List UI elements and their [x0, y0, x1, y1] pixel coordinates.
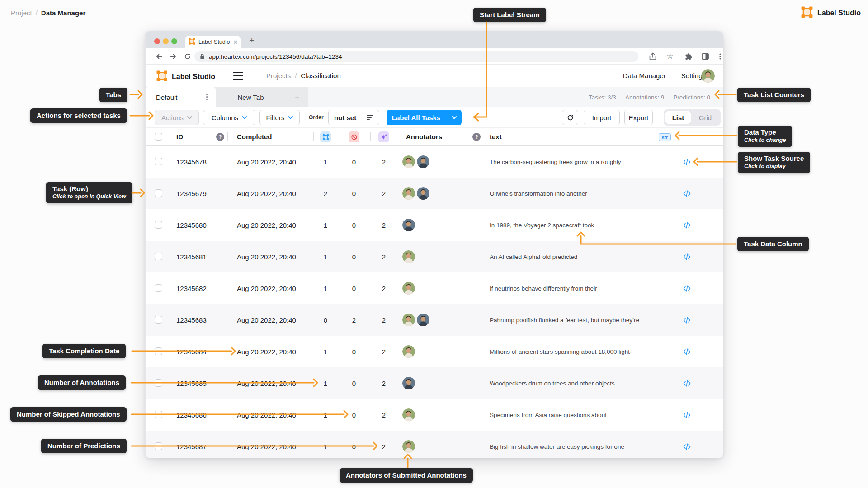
annotators-avatars [402, 440, 415, 453]
close-tab-icon[interactable]: ✕ [233, 39, 238, 45]
row-checkbox[interactable] [155, 221, 162, 229]
column-header-completed[interactable]: Completed [237, 128, 272, 145]
table-row[interactable]: 12345687Aug 20 2022, 20:40102 Big fish i… [146, 431, 723, 458]
forward-icon[interactable] [169, 52, 177, 61]
new-browser-tab-button[interactable]: + [246, 35, 258, 47]
column-header-text[interactable]: text [490, 128, 502, 145]
browser-tab[interactable]: Label Studio ✕ [185, 36, 241, 48]
browser-menu-icon[interactable] [716, 52, 723, 61]
columns-dropdown[interactable]: Columns [203, 110, 255, 125]
table-row[interactable]: 12345680Aug 20 2022, 20:40102 In 1989, t… [146, 209, 723, 241]
show-source-button[interactable] [680, 304, 693, 336]
row-checkbox[interactable] [155, 411, 162, 418]
annotations-count: 0 [316, 304, 335, 336]
show-source-button[interactable] [680, 431, 693, 458]
actions-dropdown[interactable]: Actions [155, 110, 199, 125]
row-checkbox[interactable] [155, 379, 162, 387]
app-breadcrumb-separator: / [295, 72, 297, 80]
show-source-button[interactable] [680, 399, 693, 431]
show-source-button[interactable] [680, 241, 693, 272]
table-row[interactable]: 12345681Aug 20 2022, 20:40102 An AI call… [146, 241, 723, 272]
app-brand[interactable]: Label Studio [156, 70, 215, 83]
maximize-window-button[interactable] [171, 38, 177, 44]
annotations-column-icon[interactable] [320, 131, 331, 142]
skipped-column-icon[interactable] [349, 131, 359, 142]
label-all-tasks-button[interactable]: Label All Tasks [387, 110, 462, 125]
import-button[interactable]: Import [584, 110, 620, 125]
window-controls[interactable] [154, 38, 177, 44]
annotators-avatars [402, 187, 429, 200]
back-icon[interactable] [155, 52, 163, 61]
table-row[interactable]: 12345678Aug 20 2022, 20:40102 The carbon… [146, 146, 723, 178]
nav-data-manager[interactable]: Data Manager [623, 72, 666, 80]
annotations-count: 1 [316, 367, 335, 399]
select-all-checkbox[interactable] [155, 133, 162, 141]
data-type-badge[interactable]: str [659, 133, 671, 141]
table-row[interactable]: 12345682Aug 20 2022, 20:40102 If neutrin… [146, 272, 723, 304]
column-header-id[interactable]: ID [176, 128, 183, 145]
callout-data-type: Data TypeClick to change [738, 126, 792, 147]
task-text: Specimens from Asia raise questions abou… [490, 399, 670, 431]
reload-icon[interactable] [184, 52, 192, 61]
bookmark-star-icon[interactable]: ☆ [666, 52, 674, 61]
annotator-avatar [417, 187, 429, 200]
predictions-count: 2 [375, 431, 393, 458]
annotator-avatar [402, 219, 415, 231]
table-row[interactable]: 12345684Aug 20 2022, 20:40102 Millions o… [146, 336, 723, 367]
filters-dropdown[interactable]: Filters [259, 110, 300, 125]
extensions-puzzle-icon[interactable] [684, 52, 693, 61]
counter: Predictions: 0 [673, 94, 710, 101]
column-header-annotators[interactable]: Annotators [406, 128, 442, 145]
app-header: Label Studio Projects / Classification D… [146, 65, 723, 87]
view-list-button[interactable]: List [665, 111, 691, 124]
hamburger-menu-icon[interactable] [233, 72, 243, 80]
tab-new-tab[interactable]: New Tab [216, 87, 286, 107]
header-divider [254, 65, 254, 87]
user-avatar[interactable] [701, 69, 715, 83]
table-row[interactable]: 12345685Aug 20 2022, 20:40102 Woodpecker… [146, 367, 723, 399]
row-checkbox[interactable] [155, 189, 162, 197]
annotators-avatars [402, 282, 415, 295]
row-checkbox[interactable] [155, 158, 162, 165]
row-checkbox[interactable] [155, 347, 162, 355]
task-id: 12345683 [176, 304, 207, 336]
export-button[interactable]: Export [624, 110, 653, 125]
row-checkbox[interactable] [155, 316, 162, 324]
id-help-icon[interactable]: ? [216, 128, 224, 145]
annotations-count: 2 [316, 178, 335, 209]
table-row[interactable]: 12345686Aug 20 2022, 20:40102 Specimens … [146, 399, 723, 431]
counter: Tasks: 3/3 [589, 94, 616, 101]
show-source-button[interactable] [680, 367, 693, 399]
row-checkbox[interactable] [155, 442, 162, 450]
label-studio-logo-icon [156, 70, 167, 83]
row-checkbox[interactable] [155, 284, 162, 292]
minimize-window-button[interactable] [163, 38, 169, 44]
close-window-button[interactable] [154, 38, 160, 44]
share-icon[interactable] [649, 52, 657, 61]
annotators-help-icon[interactable]: ? [472, 128, 481, 145]
refresh-button[interactable] [562, 110, 578, 125]
show-source-button[interactable] [680, 178, 693, 209]
predictions-column-icon[interactable] [378, 131, 389, 142]
predictions-count: 2 [375, 304, 393, 336]
show-source-button[interactable] [680, 336, 693, 367]
add-tab-button[interactable]: + [286, 87, 308, 107]
tab-default[interactable]: Default [146, 87, 216, 107]
app-breadcrumb-projects[interactable]: Projects [266, 72, 291, 80]
order-selector[interactable]: not set [328, 110, 379, 125]
tab-options-kebab-icon[interactable] [203, 92, 211, 102]
table-row[interactable]: 12345683Aug 20 2022, 20:40022 Pahrump po… [146, 304, 723, 336]
sort-icon [367, 115, 373, 120]
annotator-avatar [402, 250, 415, 263]
address-bar[interactable]: app.heartex.com/projects/123456/data?tab… [194, 51, 638, 62]
view-grid-button[interactable]: Grid [691, 114, 719, 122]
table-body: 12345678Aug 20 2022, 20:40102 The carbon… [146, 146, 723, 458]
counter: Annotations: 9 [625, 94, 664, 101]
breadcrumb-parent[interactable]: Project [11, 9, 32, 17]
show-source-button[interactable] [680, 209, 693, 241]
row-checkbox[interactable] [155, 253, 162, 260]
side-panel-icon[interactable] [701, 52, 709, 61]
table-row[interactable]: 12345679Aug 20 2022, 20:40202 Olivine’s … [146, 178, 723, 209]
show-source-button[interactable] [680, 272, 693, 304]
show-source-button[interactable] [680, 146, 693, 178]
